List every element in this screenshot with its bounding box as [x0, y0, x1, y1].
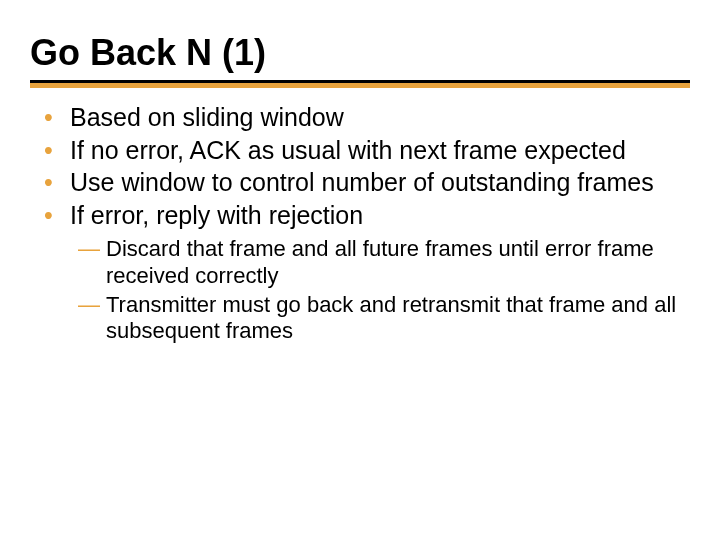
bullet-list: Based on sliding window If no error, ACK… [30, 102, 690, 230]
sub-bullet-item: Discard that frame and all future frames… [78, 236, 690, 290]
bullet-text: Based on sliding window [70, 103, 344, 131]
bullet-item: Based on sliding window [44, 102, 690, 133]
bullet-item: If no error, ACK as usual with next fram… [44, 135, 690, 166]
sub-bullet-text: Transmitter must go back and retransmit … [106, 292, 676, 344]
bullet-item: If error, reply with rejection [44, 200, 690, 231]
slide-title: Go Back N (1) [30, 32, 690, 74]
bullet-text: If error, reply with rejection [70, 201, 363, 229]
slide: Go Back N (1) Based on sliding window If… [0, 0, 720, 540]
sub-bullet-list: Discard that frame and all future frames… [30, 236, 690, 345]
sub-bullet-text: Discard that frame and all future frames… [106, 236, 654, 288]
bullet-text: Use window to control number of outstand… [70, 168, 654, 196]
bullet-text: If no error, ACK as usual with next fram… [70, 136, 626, 164]
divider-orange [30, 83, 690, 88]
bullet-item: Use window to control number of outstand… [44, 167, 690, 198]
sub-bullet-item: Transmitter must go back and retransmit … [78, 292, 690, 346]
